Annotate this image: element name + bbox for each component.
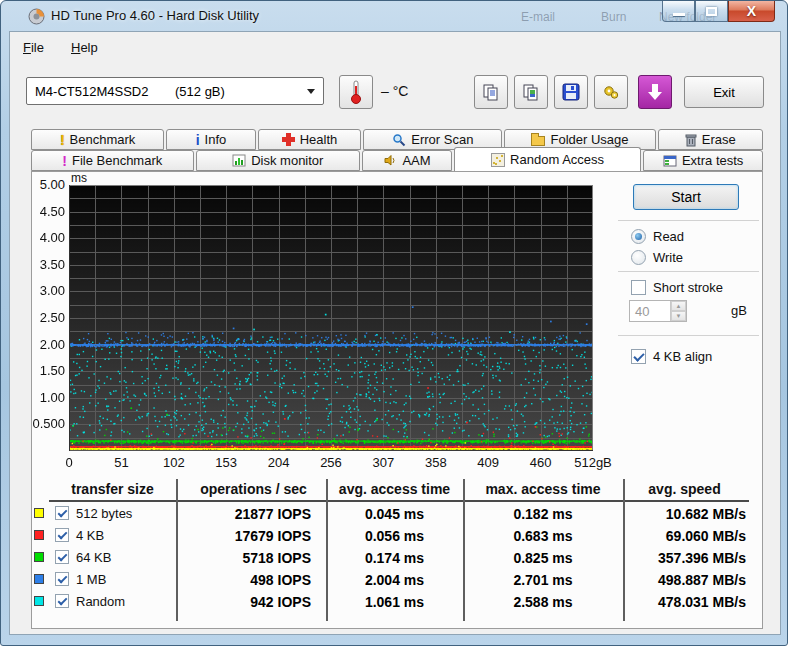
series-checkbox[interactable] (55, 506, 69, 520)
y-tick-label: 0.500 (27, 416, 65, 431)
spinner: ▲ ▼ (670, 301, 686, 321)
tab-label: Random Access (510, 152, 604, 167)
tab-benchmark[interactable]: ! Benchmark (31, 129, 164, 150)
copy-text-button[interactable] (474, 75, 508, 109)
series-color-swatch (34, 596, 44, 606)
series-color-swatch (34, 508, 44, 518)
transfer-size-label: 512 bytes (76, 506, 132, 521)
close-icon: X (747, 4, 756, 18)
series-color-swatch (34, 530, 44, 540)
y-tick-label: 1.50 (27, 363, 65, 378)
save-icon (562, 83, 580, 101)
exit-button[interactable]: Exit (684, 76, 764, 108)
update-button[interactable] (638, 75, 672, 109)
4kb-align-label: 4 KB align (653, 349, 712, 364)
read-radio[interactable] (631, 229, 646, 244)
window-controls: X (662, 1, 775, 22)
spin-down-button[interactable]: ▼ (671, 311, 686, 321)
menu-help[interactable]: Help (63, 37, 106, 58)
short-stroke-size-input[interactable]: 40 ▲ ▼ (629, 300, 687, 322)
maximize-button[interactable] (695, 1, 728, 22)
start-label: Start (671, 189, 701, 205)
x-tick-label: 512gB (569, 455, 617, 470)
column-header: transfer size (49, 481, 176, 497)
ops-value: 5718 IOPS (181, 550, 311, 566)
y-tick-label: 3.00 (27, 283, 65, 298)
y-tick-label: 4.00 (27, 230, 65, 245)
info-icon: i (196, 133, 200, 147)
tab-aam[interactable]: AAM (362, 150, 452, 171)
thermometer-icon (347, 79, 365, 105)
transfer-size-label: Random (76, 594, 125, 609)
gb-unit-label: gB (731, 303, 747, 318)
spin-up-button[interactable]: ▲ (671, 301, 686, 311)
y-axis-unit-label: ms (71, 171, 87, 185)
save-button[interactable] (554, 75, 588, 109)
4kb-align-checkbox[interactable] (631, 349, 646, 364)
app-window: HD Tune Pro 4.60 - Hard Disk Utility E-m… (0, 0, 788, 646)
separator (618, 271, 759, 272)
write-radio[interactable] (631, 250, 646, 265)
tab-extra-tests[interactable]: Extra tests (643, 150, 763, 171)
start-button[interactable]: Start (633, 184, 739, 210)
temperature-value: – °C (381, 83, 408, 99)
avg-access-value: 0.056 ms (326, 528, 463, 544)
exit-label: Exit (713, 85, 735, 100)
temperature-button[interactable] (339, 75, 373, 109)
x-tick-label: 460 (517, 455, 565, 470)
options-button[interactable] (594, 75, 628, 109)
tab-erase[interactable]: Erase (658, 129, 763, 150)
ghost-label: E-mail (521, 10, 555, 24)
x-tick-label: 0 (45, 455, 93, 470)
table-row: 64 KB 5718 IOPS 0.174 ms 0.825 ms 357.39… (31, 547, 763, 569)
tab-file-benchmark[interactable]: ! File Benchmark (31, 150, 194, 171)
tab-label: AAM (402, 153, 430, 168)
short-stroke-size-value: 40 (630, 301, 670, 321)
column-header: avg. access time (326, 481, 463, 497)
avg-speed-value: 69.060 MB/s (623, 528, 746, 544)
results-table: transfer size operations / sec avg. acce… (31, 479, 763, 629)
transfer-size-label: 4 KB (76, 528, 104, 543)
tab-random-access[interactable]: Random Access (454, 147, 641, 171)
series-checkbox[interactable] (55, 528, 69, 542)
short-stroke-label: Short stroke (653, 280, 723, 295)
folder-icon (531, 136, 545, 146)
trash-icon (685, 133, 697, 147)
chart-canvas (69, 185, 593, 451)
x-tick-label: 204 (255, 455, 303, 470)
avg-speed-value: 10.682 MB/s (623, 506, 746, 522)
series-checkbox[interactable] (55, 594, 69, 608)
minimize-button[interactable] (662, 1, 695, 22)
table-row: Random 942 IOPS 1.061 ms 2.588 ms 478.03… (31, 591, 763, 613)
close-button[interactable]: X (728, 1, 775, 22)
options-icon (602, 83, 620, 101)
tab-info[interactable]: i Info (166, 129, 256, 150)
y-tick-label: 1.00 (27, 390, 65, 405)
maximize-icon (706, 7, 717, 16)
speaker-icon (383, 154, 397, 167)
short-stroke-checkbox[interactable] (631, 280, 646, 295)
table-row: 1 MB 498 IOPS 2.004 ms 2.701 ms 498.887 … (31, 569, 763, 591)
tab-label: Erase (702, 132, 736, 147)
tab-label: Info (205, 132, 227, 147)
copy-text-icon (482, 83, 500, 101)
title-bar: HD Tune Pro 4.60 - Hard Disk Utility E-m… (1, 1, 788, 31)
drive-select-dropdown[interactable]: M4-CT512M4SSD2 (512 gB) (26, 77, 324, 105)
x-tick-label: 307 (359, 455, 407, 470)
menu-file[interactable]: File (15, 37, 52, 58)
avg-speed-value: 357.396 MB/s (623, 550, 746, 566)
benchmark-icon: ! (60, 133, 65, 147)
series-checkbox[interactable] (55, 550, 69, 564)
drive-name: M4-CT512M4SSD2 (35, 84, 175, 99)
header-underline (49, 500, 749, 502)
max-access-value: 0.825 ms (463, 550, 623, 566)
tab-health[interactable]: Health (258, 129, 361, 150)
table-row: 4 KB 17679 IOPS 0.056 ms 0.683 ms 69.060… (31, 525, 763, 547)
y-tick-label: 5.00 (27, 177, 65, 192)
x-tick-label: 51 (97, 455, 145, 470)
tab-disk-monitor[interactable]: Disk monitor (196, 150, 361, 171)
window-title: HD Tune Pro 4.60 - Hard Disk Utility (51, 8, 259, 23)
series-checkbox[interactable] (55, 572, 69, 586)
copy-image-button[interactable] (514, 75, 548, 109)
magnifier-icon (392, 133, 406, 147)
